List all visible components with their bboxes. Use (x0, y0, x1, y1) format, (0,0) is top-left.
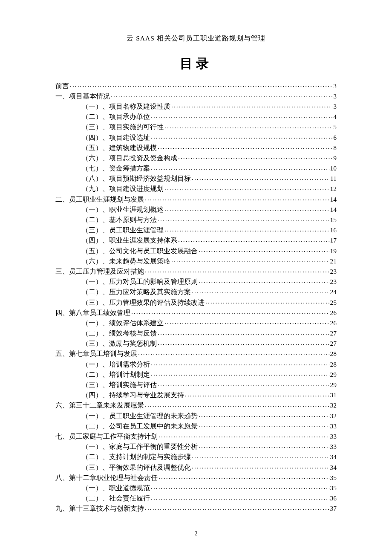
toc-entry[interactable]: 四、第八章员工绩效管理26 (55, 307, 337, 317)
toc-entry[interactable]: （三）、培训实施与评估29 (55, 379, 337, 389)
toc-entry[interactable]: 七、员工家庭与工作平衡支持计划33 (55, 431, 337, 441)
toc-entry-label: 六、第三十二章未来发展愿景 (55, 402, 144, 409)
document-page: 云 SAAS 相关公司员工职业道路规划与管理 目录 前言3一、项目基本情况3（一… (0, 0, 392, 554)
toc-entry-page: 11 (330, 175, 337, 182)
toc-entry-label: （三）、项目实施的可行性 (82, 124, 164, 130)
toc-leader-dots (158, 329, 329, 336)
toc-entry[interactable]: （二）、公司在员工发展中的未来愿景33 (55, 420, 337, 431)
toc-entry-page: 6 (333, 134, 337, 141)
toc-leader-dots (164, 185, 329, 191)
toc-leader-dots (192, 453, 329, 460)
toc-entry-label: （九）、项目建设进度规划 (82, 185, 164, 192)
toc-leader-dots (199, 422, 329, 428)
toc-entry-label: 一、项目基本情况 (55, 93, 110, 100)
toc-leader-dots (145, 195, 329, 202)
toc-leader-dots (164, 226, 329, 233)
toc-entry[interactable]: （一）、项目名称及建设性质3 (55, 101, 337, 111)
toc-entry-page: 15 (330, 217, 337, 223)
toc-leader-dots (158, 339, 329, 346)
toc-entry-page: 33 (330, 423, 337, 430)
toc-entry-page: 21 (330, 258, 337, 265)
toc-entry[interactable]: 五、第七章员工培训与发展28 (55, 348, 337, 358)
toc-entry[interactable]: （一）、绩效评估体系建立26 (55, 317, 337, 327)
toc-leader-dots (205, 298, 329, 305)
toc-entry-page: 26 (330, 309, 337, 316)
toc-leader-dots (192, 288, 329, 295)
toc-entry[interactable]: 前言3 (55, 80, 337, 90)
toc-entry[interactable]: 九、第十三章技术与创新支持37 (55, 503, 337, 513)
toc-entry-label: （四）、项目建设选址 (82, 134, 150, 141)
toc-entry-label: （五）、建筑物建设规模 (82, 145, 157, 151)
toc-entry-label: （二）、项目承办单位 (82, 113, 150, 120)
toc-entry-label: 七、员工家庭与工作平衡支持计划 (55, 433, 158, 440)
toc-entry[interactable]: （一）、压力对员工的影响及管理原则23 (55, 276, 337, 286)
toc-leader-dots (111, 92, 332, 98)
toc-entry-page: 33 (330, 433, 337, 440)
toc-entry-label: （一）、压力对员工的影响及管理原则 (82, 278, 198, 285)
toc-entry[interactable]: （四）、持续学习与专业发展支持31 (55, 390, 337, 400)
toc-entry[interactable]: （八）、项目预期经济效益规划目标11 (55, 173, 337, 183)
toc-entry[interactable]: （九）、项目建设进度规划12 (55, 183, 337, 194)
toc-entry[interactable]: （二）、社会责任履行36 (55, 493, 337, 503)
toc-entry[interactable]: 一、项目基本情况3 (55, 90, 337, 101)
toc-entry[interactable]: （三）、激励与奖惩机制27 (55, 338, 337, 348)
toc-leader-dots (145, 401, 329, 408)
toc-entry-label: （五）、公司文化与员工职业发展融合 (82, 248, 198, 254)
toc-entry[interactable]: （七）、资金筹措方案10 (55, 163, 337, 173)
toc-entry-label: （三）、激励与奖惩机制 (82, 340, 157, 347)
toc-entry[interactable]: （一）、员工职业生涯管理的未来趋势32 (55, 410, 337, 420)
table-of-contents: 前言3一、项目基本情况3（一）、项目名称及建设性质3（二）、项目承办单位4（三）… (55, 80, 337, 513)
toc-entry-label: 五、第七章员工培训与发展 (55, 350, 137, 357)
toc-entry-label: （七）、资金筹措方案 (82, 165, 150, 172)
toc-entry[interactable]: （四）、项目建设选址6 (55, 132, 337, 142)
toc-leader-dots (192, 463, 329, 470)
toc-leader-dots (159, 473, 329, 480)
toc-leader-dots (164, 318, 329, 325)
toc-entry[interactable]: 六、第三十二章未来发展愿景32 (55, 400, 337, 410)
toc-entry-page: 29 (330, 371, 337, 378)
toc-entry[interactable]: （三）、员工职业生涯管理16 (55, 225, 337, 235)
toc-entry-label: （一）、培训需求分析 (82, 361, 150, 368)
toc-entry[interactable]: （二）、培训计划制定29 (55, 369, 337, 379)
running-header: 云 SAAS 相关公司员工职业道路规划与管理 (55, 34, 337, 43)
toc-entry[interactable]: （一）、职业道德规范35 (55, 482, 337, 492)
toc-leader-dots (171, 102, 332, 109)
toc-entry[interactable]: 八、第十二章职业伦理与社会责任35 (55, 472, 337, 482)
toc-entry[interactable]: （二）、支持计划的制定与实施步骤34 (55, 451, 337, 462)
toc-entry[interactable]: （三）、压力管理效果的评估及持续改进25 (55, 297, 337, 307)
toc-entry[interactable]: （六）、未来趋势与发展策略21 (55, 255, 337, 266)
toc-entry-label: （二）、基本原则与方法 (82, 217, 157, 223)
toc-entry-page: 35 (330, 474, 337, 481)
toc-leader-dots (199, 278, 329, 284)
toc-entry-page: 10 (330, 165, 337, 172)
toc-entry-label: （一）、家庭与工作平衡的重要性分析 (82, 443, 198, 450)
toc-entry[interactable]: （六）、项目总投资及资金构成9 (55, 152, 337, 162)
toc-entry[interactable]: 二、员工职业生涯规划与发展14 (55, 194, 337, 204)
toc-entry[interactable]: （一）、培训需求分析28 (55, 358, 337, 369)
toc-entry[interactable]: （二）、绩效考核与反馈27 (55, 328, 337, 338)
toc-leader-dots (151, 113, 332, 119)
toc-entry-label: （三）、平衡效果的评估及调整优化 (82, 464, 191, 471)
toc-entry[interactable]: （三）、项目实施的可行性5 (55, 121, 337, 132)
toc-entry[interactable]: （二）、项目承办单位4 (55, 111, 337, 121)
toc-leader-dots (151, 370, 329, 377)
toc-title: 目录 (55, 55, 337, 72)
toc-entry[interactable]: （一）、职业生涯规划概述14 (55, 204, 337, 214)
toc-entry[interactable]: （五）、公司文化与员工职业发展融合19 (55, 245, 337, 255)
toc-entry[interactable]: （四）、职业生涯发展支持体系17 (55, 235, 337, 245)
toc-entry-page: 37 (330, 505, 337, 512)
toc-entry-page: 33 (330, 443, 337, 450)
toc-leader-dots (164, 123, 332, 130)
toc-entry-page: 36 (330, 495, 337, 502)
toc-entry[interactable]: （五）、建筑物建设规模8 (55, 142, 337, 152)
toc-entry-label: 九、第十三章技术与创新支持 (55, 505, 144, 512)
toc-entry-page: 32 (330, 402, 337, 409)
toc-entry[interactable]: （一）、家庭与工作平衡的重要性分析33 (55, 441, 337, 451)
toc-entry[interactable]: （二）、基本原则与方法15 (55, 214, 337, 224)
toc-leader-dots (199, 246, 329, 253)
toc-leader-dots (151, 483, 329, 490)
toc-entry[interactable]: （三）、平衡效果的评估及调整优化34 (55, 462, 337, 472)
toc-entry-label: （三）、压力管理效果的评估及持续改进 (82, 299, 205, 306)
toc-entry[interactable]: （二）、压力应对策略及其实施方案24 (55, 286, 337, 297)
toc-entry[interactable]: 三、员工压力管理及应对措施23 (55, 266, 337, 276)
